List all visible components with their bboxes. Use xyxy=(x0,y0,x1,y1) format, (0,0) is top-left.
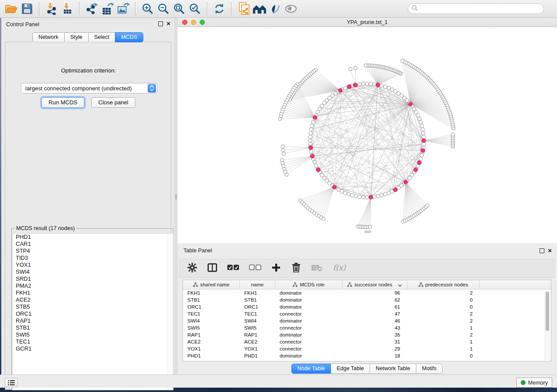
eye-icon xyxy=(285,5,297,13)
toolbar-button-zoom-selected[interactable] xyxy=(187,2,203,16)
mcds-result-item[interactable]: CAR1 xyxy=(13,241,173,248)
mcds-result-item[interactable]: PHD1 xyxy=(13,234,173,241)
automation-panel-button[interactable] xyxy=(5,378,17,387)
table-scrollbar-thumb[interactable] xyxy=(546,292,549,331)
close-panel-icon[interactable]: × xyxy=(166,21,170,26)
tab-mcds[interactable]: MCDS xyxy=(115,32,143,42)
tab-edge-table[interactable]: Edge Table xyxy=(331,364,370,374)
table-row[interactable]: FKH1FKH1dominator962 xyxy=(183,289,551,296)
mcds-result-item[interactable]: SWI4 xyxy=(13,268,173,275)
search-input[interactable] xyxy=(420,4,543,13)
table-row[interactable]: SWI5SWI5connector431 xyxy=(183,324,551,331)
column-header-label: name xyxy=(251,282,264,287)
network-view-window[interactable]: YPA_prune.txt_1 xyxy=(177,18,557,243)
mcds-list-scrollbar[interactable] xyxy=(167,234,173,390)
node-table[interactable]: shared namenameMCDS rolesuccessor nodesp… xyxy=(183,280,551,361)
sort-chevron-icon[interactable] xyxy=(398,282,402,288)
table-toolbar-button-deselect-all-rows[interactable] xyxy=(249,262,261,275)
float-panel-icon[interactable] xyxy=(158,21,163,26)
table-row[interactable]: SWI4SWI4dominator462 xyxy=(183,317,551,324)
toolbar-button-refresh[interactable] xyxy=(211,2,227,16)
mcds-result-item[interactable]: STB1 xyxy=(13,324,173,331)
toolbar-button-toggle-graphics-details[interactable] xyxy=(267,2,283,16)
mcds-result-list[interactable]: PHD1CAR1STP4TID3YOX1SWI4SRD1PMA2FKH1ACE2… xyxy=(12,233,173,390)
toolbar-separator xyxy=(79,2,80,15)
table-row[interactable]: RAP1RAP1dominator352 xyxy=(183,331,551,338)
toolbar-button-network-from-selection[interactable] xyxy=(236,2,252,16)
optimization-criterion-select[interactable]: largest connected component (undirected) xyxy=(21,83,157,93)
zoom-out-icon xyxy=(157,3,170,15)
tab-style[interactable]: Style xyxy=(64,32,89,42)
float-panel-icon[interactable] xyxy=(540,248,544,253)
table-row[interactable]: ORC1ORC1dominator610 xyxy=(183,303,551,310)
toolbar-button-export-image[interactable] xyxy=(115,2,131,16)
list-icon xyxy=(8,380,15,385)
zoom-fit-icon xyxy=(173,3,185,15)
delete-table-icon xyxy=(311,264,322,273)
toolbar-button-import-network[interactable] xyxy=(44,2,59,16)
mcds-result-item[interactable]: RAP1 xyxy=(13,317,173,324)
memory-label: Memory xyxy=(528,380,548,386)
run-mcds-button[interactable]: Run MCDS xyxy=(42,97,84,108)
toolbar-separator xyxy=(135,2,136,15)
table-scrollbar-track[interactable] xyxy=(544,291,550,360)
column-header-name[interactable]: name xyxy=(240,280,275,289)
table-toolbar-button-table-settings[interactable] xyxy=(187,262,197,275)
mcds-result-item[interactable]: SRD1 xyxy=(13,275,173,282)
tab-node-table[interactable]: Node Table xyxy=(291,364,331,374)
tab-motifs[interactable]: Motifs xyxy=(416,364,443,374)
table-row[interactable]: ACE2ACE2connector311 xyxy=(183,338,551,345)
column-header-shared-name[interactable]: shared name xyxy=(183,280,240,289)
toolbar-button-zoom-in[interactable] xyxy=(140,2,156,16)
mcds-result-item[interactable]: ACE2 xyxy=(13,296,173,303)
mcds-result-item[interactable]: SWI5 xyxy=(13,331,173,338)
mcds-result-item[interactable]: ORC1 xyxy=(13,310,173,317)
toolbar-button-open-file[interactable] xyxy=(3,2,19,16)
mcds-result-item[interactable]: TEC1 xyxy=(13,338,173,345)
column-header-successor-nodes[interactable]: successor nodes xyxy=(343,280,407,289)
toolbar-button-welcome-screen[interactable] xyxy=(252,2,267,16)
search-box[interactable] xyxy=(408,3,544,14)
table-row[interactable]: STB1STB1dominator620 xyxy=(183,296,551,303)
cell-successor-nodes: 62 xyxy=(343,297,407,303)
toolbar-button-zoom-out[interactable] xyxy=(156,2,171,16)
toolbar-button-import-table[interactable] xyxy=(59,2,75,16)
tab-network-table[interactable]: Network Table xyxy=(370,364,416,374)
toolbar-button-save-session[interactable] xyxy=(19,2,35,16)
close-panel-button[interactable]: Close panel xyxy=(91,97,135,108)
table-row[interactable]: YOX1YOX1connector291 xyxy=(183,345,551,352)
mcds-result-item[interactable]: STB5 xyxy=(13,303,173,310)
mcds-result-item[interactable]: TID3 xyxy=(13,254,173,261)
cell-name: SWI5 xyxy=(240,325,275,330)
panel-splitter-handle[interactable] xyxy=(175,194,177,200)
toolbar-button-zoom-fit[interactable] xyxy=(171,2,187,16)
zoom-in-icon xyxy=(142,3,154,15)
tree-icon xyxy=(347,282,352,288)
mcds-result-item[interactable]: PMA2 xyxy=(13,282,173,289)
table-row[interactable]: TEC1TEC1connector472 xyxy=(183,310,551,317)
network-graph-canvas[interactable] xyxy=(177,27,557,243)
mcds-result-item[interactable]: FKH1 xyxy=(13,289,173,296)
tab-select[interactable]: Select xyxy=(88,32,116,42)
cell-successor-nodes: 18 xyxy=(343,353,407,358)
toolbar-button-export-network[interactable] xyxy=(84,2,100,16)
cell-name: YOX1 xyxy=(240,346,275,351)
mcds-result-item[interactable]: STP4 xyxy=(13,248,173,254)
memory-status-icon xyxy=(521,380,526,385)
table-toolbar-button-select-all-rows[interactable] xyxy=(227,262,239,275)
toolbar-button-export-table[interactable] xyxy=(100,2,115,16)
memory-button[interactable]: Memory xyxy=(516,378,552,388)
table-toolbar-button-add-column[interactable] xyxy=(271,262,281,275)
table-toolbar-button-delete-column[interactable] xyxy=(291,262,301,275)
toolbar-button-show-hide-panels[interactable] xyxy=(283,2,299,16)
network-window-titlebar[interactable]: YPA_prune.txt_1 xyxy=(177,18,557,27)
close-panel-icon[interactable]: × xyxy=(548,248,552,253)
mcds-result-item[interactable]: YOX1 xyxy=(13,261,173,268)
tab-network[interactable]: Network xyxy=(32,32,65,42)
table-row[interactable]: PHD1PHD1dominator180 xyxy=(183,352,551,359)
network-hscrollbar-thumb[interactable] xyxy=(364,230,371,233)
column-header-predecessor-nodes[interactable]: predecessor nodes xyxy=(407,280,480,289)
column-header-MCDS-role[interactable]: MCDS role xyxy=(275,280,343,289)
table-toolbar-button-show-column-panel[interactable] xyxy=(207,262,218,275)
mcds-result-item[interactable]: GCR1 xyxy=(13,345,173,352)
